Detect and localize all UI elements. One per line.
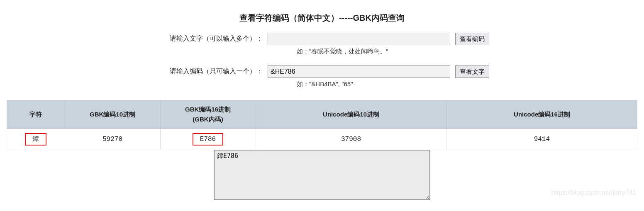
th-gbk16: GBK编码16进制 (GBK内码) bbox=[160, 100, 256, 129]
code-input-col: 如："&HB4BA", "65" bbox=[268, 65, 450, 88]
form-area: 请输入文字（可以输入多个）： 如："春眠不觉晓，处处闻啼鸟。" 查看编码 请输入… bbox=[0, 33, 644, 88]
watermark: https://blog.csdn.net/jerry741 bbox=[551, 189, 637, 196]
text-input-col: 如："春眠不觉晓，处处闻啼鸟。" bbox=[268, 33, 450, 56]
text-input-hint: 如："春眠不觉晓，处处闻啼鸟。" bbox=[268, 48, 450, 56]
th-gbk16-line1: GBK编码16进制 bbox=[185, 106, 231, 113]
th-gbk10: GBK编码10进制 bbox=[65, 100, 160, 129]
th-uni10: Unicode编码10进制 bbox=[256, 100, 446, 129]
code-input-hint: 如："&HB4BA", "65" bbox=[268, 80, 450, 88]
th-uni16: Unicode编码16进制 bbox=[446, 100, 637, 129]
text-input[interactable] bbox=[268, 33, 450, 45]
view-code-button[interactable]: 查看编码 bbox=[455, 33, 489, 45]
output-textarea[interactable] bbox=[214, 150, 430, 200]
table-row: 鐔 59270 E786 37908 9414 bbox=[7, 129, 637, 150]
cell-uni10: 37908 bbox=[256, 129, 446, 150]
th-gbk16-line2: (GBK内码) bbox=[193, 116, 223, 123]
code-input[interactable] bbox=[268, 65, 450, 78]
code-input-row: 请输入编码（只可输入一个）： 如："&HB4BA", "65" 查看文字 bbox=[155, 65, 489, 88]
cell-gbk16: E786 bbox=[160, 129, 256, 150]
page-root: 查看字符编码（简体中文）-----GBK内码查询 请输入文字（可以输入多个）： … bbox=[0, 0, 644, 200]
char-highlight: 鐔 bbox=[25, 133, 46, 146]
result-table: 字符 GBK编码10进制 GBK编码16进制 (GBK内码) Unicode编码… bbox=[7, 100, 638, 150]
cell-char: 鐔 bbox=[7, 129, 65, 150]
text-input-label: 请输入文字（可以输入多个）： bbox=[155, 33, 263, 43]
th-char: 字符 bbox=[7, 100, 65, 129]
cell-uni16: 9414 bbox=[446, 129, 637, 150]
table-header-row: 字符 GBK编码10进制 GBK编码16进制 (GBK内码) Unicode编码… bbox=[7, 100, 637, 129]
view-char-button[interactable]: 查看文字 bbox=[455, 65, 489, 78]
code-input-label: 请输入编码（只可输入一个）： bbox=[155, 65, 263, 76]
gbk16-highlight: E786 bbox=[193, 133, 223, 146]
page-title: 查看字符编码（简体中文）-----GBK内码查询 bbox=[0, 12, 644, 24]
text-input-row: 请输入文字（可以输入多个）： 如："春眠不觉晓，处处闻啼鸟。" 查看编码 bbox=[155, 33, 489, 56]
cell-gbk10: 59270 bbox=[65, 129, 160, 150]
